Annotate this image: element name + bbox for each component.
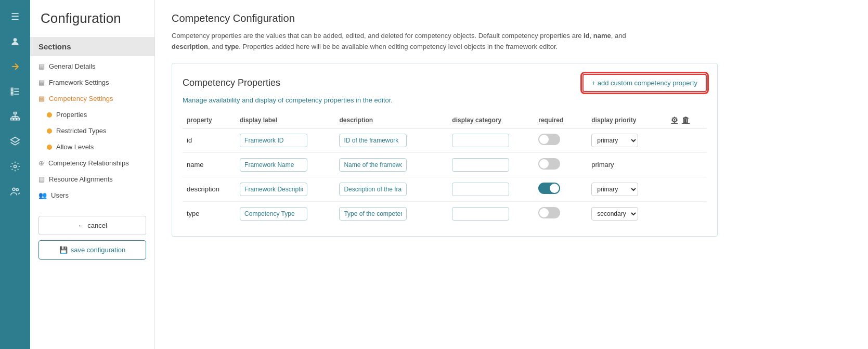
category-id-input[interactable] bbox=[452, 134, 509, 147]
property-name: name bbox=[183, 152, 236, 177]
settings-icon[interactable] bbox=[5, 156, 25, 177]
hierarchy-icon[interactable] bbox=[5, 106, 25, 127]
cat-desc-cell bbox=[448, 177, 534, 201]
menu-icon[interactable]: ☰ bbox=[5, 6, 25, 27]
display-label-id-input[interactable] bbox=[240, 134, 307, 147]
cat-name-cell bbox=[448, 152, 534, 177]
sidebar: Configuration Sections ▤ General Details… bbox=[30, 0, 155, 349]
svg-rect-1 bbox=[11, 88, 13, 89]
table-row: id bbox=[183, 128, 707, 152]
required-toggle-description[interactable] bbox=[538, 183, 560, 194]
required-toggle-name[interactable] bbox=[538, 158, 560, 170]
display-label-type-input[interactable] bbox=[240, 207, 307, 221]
svg-rect-8 bbox=[11, 118, 14, 120]
description-name-input[interactable] bbox=[339, 158, 407, 172]
svg-point-0 bbox=[14, 38, 17, 42]
label-type-cell bbox=[236, 201, 335, 226]
sidebar-item-competency-relationships[interactable]: ⊕ Competency Relationships bbox=[30, 155, 154, 171]
table-gear-icon[interactable]: ⚙ bbox=[671, 115, 678, 125]
table-row: name bbox=[183, 152, 707, 177]
layers-icon[interactable] bbox=[5, 131, 25, 152]
save-icon: 💾 bbox=[59, 246, 68, 254]
req-desc-cell bbox=[534, 177, 587, 201]
dot-icon bbox=[47, 112, 52, 118]
description-type-input[interactable] bbox=[339, 207, 407, 221]
user-icon[interactable] bbox=[5, 31, 25, 52]
nav-bar: ☰ bbox=[0, 0, 30, 349]
hierarchy-icon-small: ⊕ bbox=[38, 159, 44, 167]
sidebar-item-label: Competency Relationships bbox=[48, 159, 129, 167]
add-custom-competency-property-button[interactable]: + add custom competency property bbox=[582, 74, 707, 92]
users-icon[interactable] bbox=[5, 181, 25, 202]
required-toggle-type[interactable] bbox=[538, 207, 560, 218]
sidebar-item-properties[interactable]: Properties bbox=[30, 107, 154, 123]
sidebar-item-label: Restricted Types bbox=[56, 127, 107, 135]
property-description: description bbox=[183, 177, 236, 201]
doc-icon-3: ▤ bbox=[38, 95, 45, 102]
req-type-cell bbox=[534, 201, 587, 226]
dot-icon-2 bbox=[47, 128, 52, 134]
svg-rect-3 bbox=[11, 93, 13, 95]
sidebar-item-framework-settings[interactable]: ▤ Framework Settings bbox=[30, 74, 154, 91]
category-description-input[interactable] bbox=[452, 183, 509, 196]
required-toggle-id[interactable] bbox=[538, 134, 560, 145]
priority-select-description[interactable]: primary secondary tertiary bbox=[591, 183, 638, 196]
cat-type-cell bbox=[448, 201, 534, 226]
prio-desc-cell: primary secondary tertiary bbox=[587, 177, 667, 201]
col-header-display-category: display category bbox=[448, 112, 534, 128]
label-desc-cell bbox=[236, 177, 335, 201]
sidebar-item-resource-alignments[interactable]: ▤ Resource Alignments bbox=[30, 171, 154, 187]
competency-properties-box: Competency Properties + add custom compe… bbox=[172, 63, 718, 237]
save-configuration-button[interactable]: 💾 save configuration bbox=[38, 240, 146, 260]
prio-type-cell: primary secondary tertiary bbox=[587, 201, 667, 226]
priority-select-id[interactable]: primary secondary tertiary bbox=[591, 134, 638, 147]
competency-config-heading: Competency Configuration bbox=[172, 12, 851, 24]
sidebar-item-restricted-types[interactable]: Restricted Types bbox=[30, 123, 154, 139]
sidebar-item-allow-levels[interactable]: Allow Levels bbox=[30, 139, 154, 155]
category-name-input[interactable] bbox=[452, 158, 509, 172]
table-row: description bbox=[183, 177, 707, 201]
sidebar-item-general-details[interactable]: ▤ General Details bbox=[30, 58, 154, 74]
property-type: type bbox=[183, 201, 236, 226]
sidebar-item-label: Allow Levels bbox=[56, 143, 94, 151]
prio-name-cell: primary bbox=[587, 152, 667, 177]
actions-name-cell bbox=[667, 152, 707, 177]
desc-id-cell bbox=[335, 128, 448, 152]
priority-select-type[interactable]: primary secondary tertiary bbox=[591, 207, 638, 221]
table-row: type bbox=[183, 201, 707, 226]
cancel-button[interactable]: ← cancel bbox=[38, 216, 146, 235]
sidebar-item-label: Resource Alignments bbox=[49, 175, 113, 183]
prio-id-cell: primary secondary tertiary bbox=[587, 128, 667, 152]
desc-desc-cell bbox=[335, 177, 448, 201]
users-icon-small: 👥 bbox=[38, 191, 47, 199]
table-trash-icon[interactable]: 🗑 bbox=[682, 115, 690, 124]
sidebar-item-label: Users bbox=[51, 191, 69, 199]
sidebar-actions: ← cancel 💾 save configuration bbox=[30, 208, 154, 268]
description-description-input[interactable] bbox=[339, 183, 407, 196]
page-title: Configuration bbox=[30, 10, 154, 37]
cancel-arrow-icon: ← bbox=[77, 222, 84, 229]
manage-label: Manage availability and display of compe… bbox=[183, 96, 707, 104]
description-id-input[interactable] bbox=[339, 134, 407, 147]
col-header-description: description bbox=[335, 112, 448, 128]
sections-header: Sections bbox=[30, 37, 154, 56]
list-icon[interactable] bbox=[5, 81, 25, 102]
arrow-right-icon[interactable] bbox=[5, 56, 25, 77]
dot-icon-3 bbox=[47, 145, 52, 150]
category-type-input[interactable] bbox=[452, 207, 509, 221]
desc-name-cell bbox=[335, 152, 448, 177]
priority-label-name: primary bbox=[591, 161, 614, 169]
actions-desc-cell bbox=[667, 177, 707, 201]
actions-type-cell bbox=[667, 201, 707, 226]
display-label-name-input[interactable] bbox=[240, 158, 307, 172]
cat-id-cell bbox=[448, 128, 534, 152]
properties-header: Competency Properties + add custom compe… bbox=[183, 74, 707, 92]
svg-marker-16 bbox=[11, 137, 20, 143]
main-content: Competency Configuration Competency prop… bbox=[155, 0, 868, 349]
display-label-description-input[interactable] bbox=[240, 183, 307, 196]
sidebar-item-competency-settings[interactable]: ▤ Competency Settings bbox=[30, 91, 154, 107]
properties-table: property display label description displ… bbox=[183, 112, 707, 226]
label-id-cell bbox=[236, 128, 335, 152]
sidebar-item-users[interactable]: 👥 Users bbox=[30, 187, 154, 203]
actions-id-cell bbox=[667, 128, 707, 152]
